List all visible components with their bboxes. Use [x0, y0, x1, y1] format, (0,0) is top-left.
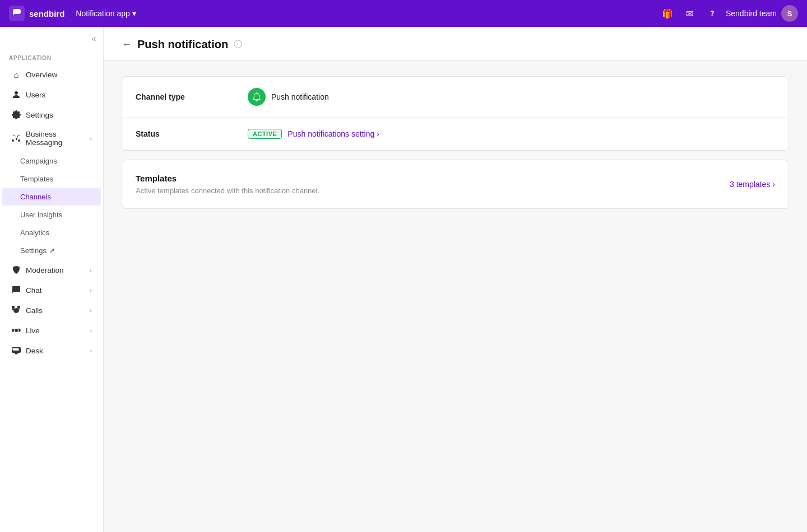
sidebar-top-actions: « — [0, 27, 103, 46]
settings-icon — [11, 110, 21, 120]
help-icon: ? — [710, 9, 715, 18]
info-icon[interactable]: ⓘ — [234, 39, 242, 50]
team-name: Sendbird team — [726, 9, 777, 18]
templates-count-link[interactable]: 3 templates › — [730, 180, 775, 189]
templates-label: Templates — [20, 175, 53, 183]
chat-label: Chat — [26, 286, 42, 295]
status-label: Status — [136, 129, 248, 138]
templates-card: Templates Active templates connected wit… — [122, 160, 789, 209]
team-selector[interactable]: Sendbird team S — [726, 5, 798, 22]
topnav: sendbird Notification app ▾ 🎁 ✉ ? Sendbi… — [0, 0, 807, 27]
gift-icon: 🎁 — [662, 8, 673, 19]
templates-count-text: 3 templates — [730, 180, 770, 189]
templates-chevron-icon: › — [772, 180, 775, 189]
user-insights-label: User insights — [20, 211, 62, 219]
sidebar-group-moderation[interactable]: Moderation › — [2, 260, 101, 279]
desk-icon — [11, 346, 21, 356]
help-button[interactable]: ? — [703, 4, 721, 22]
push-notifications-setting-link[interactable]: Push notifications setting › — [287, 129, 379, 138]
push-setting-chevron-icon: › — [377, 129, 379, 138]
page-body: Channel type Push notification Status AC… — [104, 60, 807, 225]
analytics-label: Analytics — [20, 228, 49, 237]
settings-bm-label: Settings ↗ — [20, 246, 55, 255]
sidebar-collapse-button[interactable]: « — [89, 31, 99, 46]
app-selector-chevron: ▾ — [132, 9, 136, 18]
sendbird-logo-icon — [9, 6, 25, 21]
back-button[interactable]: ← — [122, 39, 132, 50]
live-chevron: › — [90, 327, 92, 334]
mail-icon: ✉ — [686, 8, 693, 19]
topnav-actions: 🎁 ✉ ? Sendbird team S — [658, 4, 798, 22]
sidebar-group-desk[interactable]: Desk › — [2, 341, 101, 360]
sidebar-item-overview-label: Overview — [26, 71, 57, 79]
sidebar-group-calls[interactable]: Calls › — [2, 301, 101, 320]
overview-icon: ⌂ — [11, 69, 21, 80]
desk-chevron: › — [90, 347, 92, 354]
calls-icon — [11, 305, 21, 315]
sidebar-section-label: APPLICATION — [0, 46, 103, 64]
sidebar-item-overview[interactable]: ⌂ Overview — [2, 65, 101, 84]
sidebar: « APPLICATION ⌂ Overview Users Settings … — [0, 27, 104, 532]
gift-button[interactable]: 🎁 — [658, 4, 676, 22]
calls-label: Calls — [26, 306, 43, 315]
calls-chevron: › — [90, 307, 92, 314]
business-messaging-icon — [11, 133, 21, 143]
channel-info-card: Channel type Push notification Status AC… — [122, 76, 789, 151]
push-notification-icon — [248, 88, 266, 106]
status-badge: ACTIVE — [248, 129, 282, 139]
campaigns-label: Campaigns — [20, 157, 57, 165]
chat-chevron: › — [90, 287, 92, 293]
live-label: Live — [26, 326, 40, 335]
sidebar-group-business-messaging-label: Business Messaging — [26, 130, 85, 147]
logo: sendbird — [9, 6, 64, 21]
app-body: « APPLICATION ⌂ Overview Users Settings … — [0, 27, 807, 532]
sidebar-group-live[interactable]: Live › — [2, 321, 101, 340]
users-icon — [11, 90, 21, 100]
moderation-label: Moderation — [26, 266, 64, 274]
sidebar-item-settings-label: Settings — [26, 111, 53, 119]
sidebar-item-templates[interactable]: Templates — [2, 170, 101, 188]
templates-card-description: Active templates connected with this not… — [136, 186, 730, 195]
page-header: ← Push notification ⓘ — [104, 27, 807, 60]
svg-point-1 — [15, 329, 18, 332]
sidebar-item-campaigns[interactable]: Campaigns — [2, 152, 101, 170]
channel-type-value: Push notification — [248, 88, 329, 106]
sidebar-item-analytics[interactable]: Analytics — [2, 224, 101, 241]
sidebar-item-settings-bm[interactable]: Settings ↗ — [2, 242, 101, 259]
moderation-icon — [11, 265, 21, 275]
main-content: ← Push notification ⓘ Channel type Push … — [104, 27, 807, 532]
channel-type-row: Channel type Push notification — [122, 77, 789, 118]
channel-type-text: Push notification — [271, 92, 329, 101]
sidebar-item-channels[interactable]: Channels — [2, 188, 101, 206]
moderation-chevron: › — [90, 267, 92, 273]
sidebar-group-business-messaging[interactable]: Business Messaging › — [2, 125, 101, 151]
desk-label: Desk — [26, 347, 43, 355]
business-messaging-submenu: Campaigns Templates Channels User insigh… — [0, 152, 103, 260]
chat-icon — [11, 285, 21, 295]
sidebar-group-chat[interactable]: Chat › — [2, 281, 101, 300]
templates-card-content: Templates Active templates connected wit… — [136, 174, 730, 195]
push-setting-link-text: Push notifications setting — [287, 129, 374, 138]
live-icon — [11, 325, 21, 335]
templates-card-title: Templates — [136, 174, 730, 183]
sidebar-item-users-label: Users — [26, 91, 45, 99]
page-title: Push notification — [137, 38, 228, 51]
status-row: Status ACTIVE Push notifications setting… — [122, 118, 789, 150]
sidebar-item-users[interactable]: Users — [2, 85, 101, 104]
app-name: Notification app — [76, 9, 130, 18]
mail-button[interactable]: ✉ — [681, 4, 699, 22]
business-messaging-chevron: › — [90, 135, 92, 142]
avatar: S — [781, 5, 798, 22]
sidebar-item-user-insights[interactable]: User insights — [2, 206, 101, 223]
channel-type-label: Channel type — [136, 92, 248, 101]
status-value: ACTIVE Push notifications setting › — [248, 129, 379, 139]
logo-text: sendbird — [29, 9, 64, 18]
sidebar-item-settings[interactable]: Settings — [2, 105, 101, 124]
channels-label: Channels — [20, 193, 51, 201]
app-selector[interactable]: Notification app ▾ — [71, 7, 141, 20]
